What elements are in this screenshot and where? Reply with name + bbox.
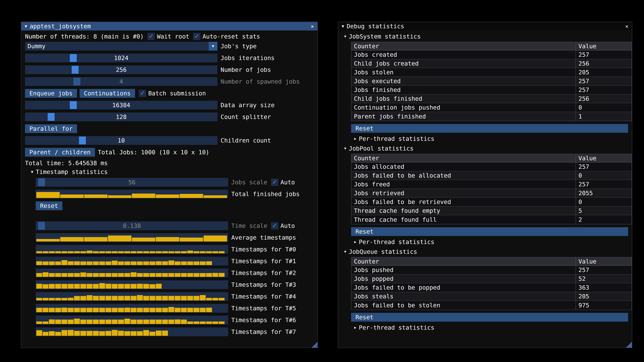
table-row: Jobs failed to be stolen975: [352, 301, 632, 310]
count-splitter-slider[interactable]: 128: [25, 112, 218, 121]
histogram-bar: [87, 331, 92, 336]
tree-closed-arrow-icon[interactable]: ▶: [354, 137, 356, 140]
total-finished-jobs-row: Total finished jobs: [36, 190, 314, 198]
reset-button[interactable]: Reset: [351, 227, 628, 236]
total-time-text: Total time: 5.645638 ms: [25, 160, 108, 167]
collapse-arrow-icon[interactable]: ▼: [25, 24, 27, 28]
slider-label: Data array size: [220, 102, 274, 109]
number-of-jobs-slider[interactable]: 256: [25, 65, 218, 74]
per-thread-label: Per-thread statistics: [359, 324, 434, 331]
table-row: Jobs finished257: [352, 86, 632, 94]
value-cell: 2: [576, 215, 632, 224]
histogram-bar: [55, 251, 61, 253]
window-titlebar[interactable]: ▼ apptest_jobsystem ✕: [21, 22, 318, 30]
table-row: Thread cache found empty5: [352, 206, 632, 215]
histogram-bar: [74, 284, 80, 289]
per-thread-statistics-node[interactable]: ▶ Per-thread statistics: [354, 324, 628, 331]
counter-header: Counter: [352, 257, 576, 265]
value-cell: 0: [576, 171, 632, 180]
job-type-row: Dummy ▼ Job's type: [25, 42, 314, 51]
check-icon: ✓: [273, 222, 277, 229]
histogram-label: Timestamps for T#3: [231, 281, 296, 288]
check-icon: ✓: [140, 89, 145, 96]
histogram-bar: [84, 237, 108, 242]
histogram-bar: [137, 261, 143, 265]
tree-open-arrow-icon[interactable]: ▼: [344, 147, 346, 150]
histogram-bar: [68, 261, 74, 265]
histogram-bar: [49, 308, 55, 312]
reset-button[interactable]: Reset: [351, 124, 628, 133]
histogram-label: Timestamps for T#6: [231, 317, 296, 324]
histogram-bar: [175, 308, 180, 312]
data-array-size-slider[interactable]: 16384: [25, 101, 218, 109]
parent-children-button[interactable]: Parent / children: [25, 148, 95, 157]
tree-open-arrow-icon[interactable]: ▼: [31, 170, 33, 174]
histogram-bar: [137, 331, 143, 336]
close-icon[interactable]: ✕: [311, 23, 314, 29]
histogram-bar: [150, 284, 155, 289]
counter-cell: Jobs allocated: [352, 162, 576, 171]
histogram-bar: [93, 296, 99, 300]
jobs-scale-auto-checkbox[interactable]: ✓: [271, 179, 278, 186]
children-count-slider[interactable]: 10: [25, 136, 218, 145]
apptest-jobsystem-window: ▼ apptest_jobsystem ✕ Number of threads:…: [21, 22, 318, 348]
value-cell: 257: [576, 162, 632, 171]
histogram-label: Timestamps for T#4: [231, 293, 296, 300]
histogram-bar: [175, 261, 180, 265]
close-icon[interactable]: ✕: [625, 23, 628, 29]
histogram-bar: [150, 251, 155, 253]
per-thread-statistics-node[interactable]: ▶ Per-thread statistics: [354, 135, 628, 142]
tree-closed-arrow-icon[interactable]: ▶: [354, 326, 356, 329]
histogram-timestamps-t0: [36, 245, 228, 254]
histogram-bar: [36, 251, 42, 253]
jobsystem-statistics-node[interactable]: ▼ JobSystem statistics: [344, 33, 628, 40]
wait-root-checkbox[interactable]: ✓: [148, 33, 155, 40]
histogram-bar: [187, 308, 193, 312]
histogram-bar: [132, 194, 155, 198]
time-scale-auto-checkbox[interactable]: ✓: [271, 222, 278, 229]
histogram-bar: [206, 261, 212, 265]
histogram-bar: [106, 273, 111, 277]
jobpool-statistics-node[interactable]: ▼ JobPool statistics: [344, 145, 628, 152]
collapse-arrow-icon[interactable]: ▼: [342, 24, 344, 28]
tree-closed-arrow-icon[interactable]: ▶: [354, 240, 356, 244]
histogram-bar: [62, 251, 67, 253]
timestamps-t4-row: Timestamps for T#4: [36, 292, 314, 301]
batch-submission-checkbox[interactable]: ✓: [139, 90, 146, 97]
reset-button[interactable]: Reset: [351, 313, 628, 322]
per-thread-statistics-node[interactable]: ▶ Per-thread statistics: [354, 239, 628, 245]
enqueue-jobs-button[interactable]: Enqueue jobs: [25, 89, 77, 98]
histogram-bar: [181, 320, 187, 324]
histogram-bar: [55, 261, 61, 265]
auto-reset-checkbox[interactable]: ✓: [193, 33, 200, 40]
histogram-bar: [124, 331, 130, 336]
histogram-bar: [131, 331, 136, 336]
jobqueue-statistics-node[interactable]: ▼ JobQueue statistics: [344, 248, 628, 255]
histogram-bar: [68, 273, 74, 277]
histogram-bar: [156, 273, 162, 277]
jobs-iterations-slider[interactable]: 1024: [25, 53, 218, 62]
window-titlebar[interactable]: ▼ Debug statistics ✕: [338, 22, 632, 30]
parallel-for-button[interactable]: Parallel for: [25, 124, 77, 133]
histogram-bar: [118, 261, 124, 265]
timestamp-statistics-node[interactable]: ▼ Timestamp statistics: [31, 168, 314, 175]
histogram-bar: [99, 320, 105, 324]
reset-button[interactable]: Reset: [36, 201, 62, 210]
continuations-button[interactable]: Continuations: [80, 89, 135, 98]
histogram-bar: [206, 251, 212, 253]
histogram-bar: [99, 296, 105, 300]
value-cell: 5: [576, 206, 632, 215]
tree-open-arrow-icon[interactable]: ▼: [344, 35, 346, 38]
section-label: JobSystem statistics: [349, 33, 421, 40]
resize-grip[interactable]: [312, 342, 318, 348]
tree-open-arrow-icon[interactable]: ▼: [344, 250, 346, 253]
job-type-combo[interactable]: Dummy ▼: [25, 42, 218, 51]
histogram-bar: [194, 251, 199, 253]
histogram-bar: [156, 237, 179, 242]
histogram-bar: [106, 331, 111, 336]
resize-grip[interactable]: [626, 342, 632, 348]
combo-arrow-icon[interactable]: ▼: [209, 42, 218, 51]
slider-value: 128: [25, 112, 218, 121]
slider-value: 10: [25, 136, 218, 145]
timestamps-t2-row: Timestamps for T#2: [36, 269, 314, 277]
